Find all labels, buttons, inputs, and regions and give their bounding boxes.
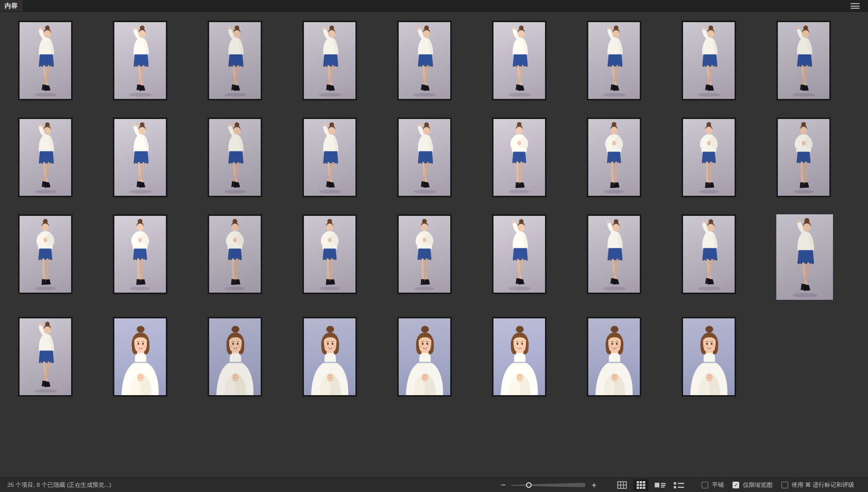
zoom-out-button[interactable]: − [499,481,508,489]
zoom-in-button[interactable]: + [589,481,599,489]
detail-view-button[interactable] [652,479,668,491]
photo-thumbnail[interactable] [208,214,262,294]
photo-wave-figure [304,119,355,196]
panel-menu-icon[interactable] [850,3,860,9]
photo-wave-figure [209,22,261,99]
photo-wave-figure [20,119,71,196]
photo-closeup-figure [304,318,355,395]
slider-track-icon [511,481,586,489]
photo-wave-figure [399,22,450,99]
list-view-icon [674,482,684,489]
photo-pray-figure [114,216,166,293]
statusbar-controls: − + 平铺✓仅限缩览图使用 ⌘ 进行标记和评级 [499,479,863,491]
photo-thumbnail[interactable] [492,317,547,397]
photo-thumbnail[interactable] [18,214,73,294]
photo-closeup-figure [588,318,640,395]
photo-thumbnail[interactable] [587,317,641,397]
photo-thumbnail[interactable] [302,317,357,397]
photo-thumbnail[interactable] [682,214,736,294]
detail-view-icon [655,482,666,488]
photo-thumbnail[interactable] [113,317,167,397]
photo-wave-figure [114,22,166,99]
photo-thumbnail[interactable] [18,117,73,197]
photo-wave-figure [683,216,735,293]
status-text: 35 个项目, 8 个已隐藏 (正在生成预览...) [7,481,111,489]
photo-thumbnail[interactable] [492,21,547,100]
photo-closeup-figure [114,318,166,395]
photo-wave-figure [209,119,261,196]
thumbnail-row [18,214,868,300]
checkbox-cmd-rating[interactable] [781,482,788,488]
thumbnail-size-slider[interactable] [511,481,586,489]
checkbox-thumbnail-only-label: 仅限缩览图 [743,481,773,489]
tab-content[interactable]: 内容 [0,0,23,11]
photo-thumbnail[interactable] [18,21,73,100]
photo-wave-figure [493,216,545,293]
photo-thumbnail[interactable] [682,317,736,397]
photo-wave-figure [304,22,355,99]
thumbnail-row [18,21,868,100]
checkbox-tile-label: 平铺 [712,481,724,489]
photo-thumbnail[interactable] [302,117,357,197]
thumbnail-view-icon [637,481,645,489]
checkbox-cmd-rating-label: 使用 ⌘ 进行标记和评级 [792,481,854,489]
photo-thumbnail[interactable] [208,21,262,100]
photo-thumbnail[interactable] [397,117,452,197]
photo-wave-figure [588,216,640,293]
content-area [0,12,868,478]
photo-thumbnail[interactable] [302,21,357,100]
photo-pray-figure [399,216,450,293]
photo-thumbnail[interactable] [208,317,262,397]
thumbnail-view-button[interactable] [633,479,649,491]
photo-thumbnail[interactable] [776,117,831,197]
photo-thumbnail[interactable] [682,117,736,197]
photo-wave-figure [20,318,71,395]
photo-thumbnail[interactable] [587,117,641,197]
photo-closeup-figure [683,318,735,395]
photo-thumbnail[interactable] [397,317,452,397]
photo-thumbnail[interactable] [587,214,641,294]
bridge-content-panel: 内容 [0,0,868,492]
photo-thumbnail[interactable] [587,21,641,100]
photo-wave-figure [588,22,640,99]
photo-closeup-figure [399,318,450,395]
photo-thumbnail[interactable] [113,214,167,294]
photo-pray-figure [588,119,640,196]
list-view-button[interactable] [671,479,687,491]
photo-thumbnail[interactable] [302,214,357,294]
photo-wave-figure [493,22,545,99]
photo-thumbnail[interactable] [397,214,452,294]
photo-thumbnail[interactable] [18,317,73,397]
photo-pray-figure [493,119,545,196]
photo-closeup-figure [209,318,261,395]
photo-thumbnail[interactable] [776,21,831,100]
statusbar-options: 平铺✓仅限缩览图使用 ⌘ 进行标记和评级 [702,481,863,489]
photo-closeup-figure [493,318,545,395]
photo-thumbnail[interactable] [208,117,262,197]
photo-pray-figure [683,119,735,196]
photo-thumbnail[interactable] [776,214,833,300]
photo-thumbnail[interactable] [682,21,736,100]
photo-wave-figure [683,22,735,99]
photo-wave-figure [114,119,166,196]
grid-view-button[interactable] [614,479,629,491]
photo-pray-figure [304,216,355,293]
photo-wave-figure [778,22,829,99]
photo-thumbnail[interactable] [113,117,167,197]
photo-pray-figure [209,216,261,293]
photo-wave-figure [776,214,833,300]
photo-thumbnail[interactable] [397,21,452,100]
photo-thumbnail[interactable] [113,21,167,100]
photo-thumbnail[interactable] [492,117,547,197]
photo-pray-figure [20,216,71,293]
thumbnail-row [18,117,868,197]
photo-pray-figure [778,119,829,196]
checkbox-thumbnail-only[interactable]: ✓ [733,482,739,488]
photo-thumbnail[interactable] [492,214,547,294]
checkbox-tile[interactable] [702,482,708,488]
thumbnail-row [18,317,868,397]
panel-tab-bar: 内容 [0,0,868,12]
status-bar: 35 个项目, 8 个已隐藏 (正在生成预览...) − + 平铺✓仅限缩览图使… [0,478,868,492]
photo-wave-figure [20,22,71,99]
view-mode-buttons [614,479,690,491]
